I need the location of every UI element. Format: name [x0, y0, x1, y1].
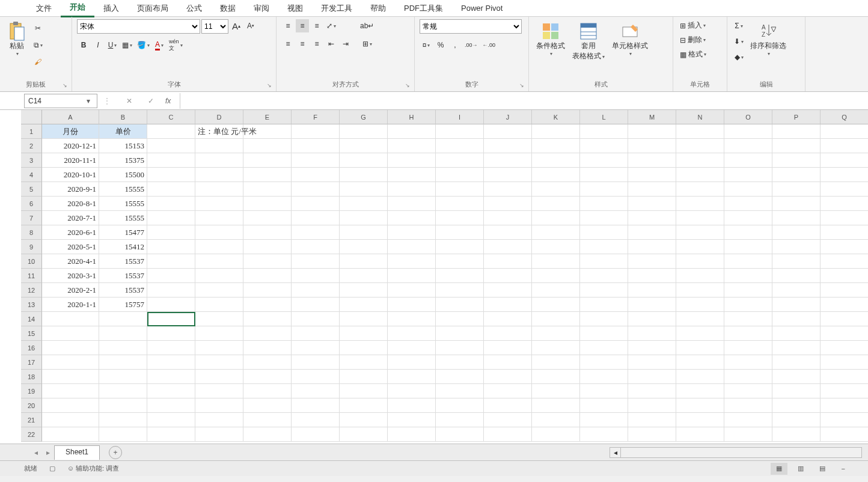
cell-F16[interactable] [292, 341, 340, 355]
tab-help[interactable]: 帮助 [361, 0, 395, 17]
row-header-17[interactable]: 17 [21, 355, 42, 370]
cell-D16[interactable] [195, 341, 243, 355]
cell-C6[interactable] [147, 197, 195, 211]
cell-G12[interactable] [340, 283, 388, 297]
cell-Q7[interactable] [821, 211, 868, 225]
cell-E11[interactable] [243, 269, 292, 283]
cell-M8[interactable] [628, 225, 676, 240]
cell-O1[interactable] [724, 124, 772, 139]
cell-L7[interactable] [580, 211, 628, 225]
font-size-select[interactable]: 11 [201, 19, 228, 34]
tab-insert[interactable]: 插入 [94, 0, 128, 17]
col-header-O[interactable]: O [724, 110, 772, 124]
cell-G9[interactable] [340, 240, 388, 254]
cell-M21[interactable] [628, 413, 676, 427]
cell-H12[interactable] [388, 283, 436, 297]
increase-font-button[interactable]: A▴ [230, 19, 243, 32]
cell-O21[interactable] [724, 413, 772, 427]
cell-M11[interactable] [628, 269, 676, 283]
cell-G13[interactable] [340, 297, 388, 312]
cell-F2[interactable] [292, 139, 340, 153]
cell-I12[interactable] [436, 283, 484, 297]
cell-H14[interactable] [388, 312, 436, 326]
accessibility-status[interactable]: ☺ 辅助功能: 调查 [67, 464, 119, 473]
cell-C17[interactable] [147, 355, 195, 370]
cell-N8[interactable] [676, 225, 724, 240]
cell-B6[interactable]: 15555 [99, 197, 147, 211]
cell-B18[interactable] [99, 370, 147, 384]
cell-L15[interactable] [580, 326, 628, 341]
cell-P1[interactable] [772, 124, 821, 139]
cell-M13[interactable] [628, 297, 676, 312]
cell-Q22[interactable] [821, 427, 868, 442]
cell-E16[interactable] [243, 341, 292, 355]
cell-N22[interactable] [676, 427, 724, 442]
cell-K4[interactable] [532, 168, 580, 182]
cell-A22[interactable] [42, 427, 99, 442]
cell-B16[interactable] [99, 341, 147, 355]
cell-N16[interactable] [676, 341, 724, 355]
cell-N17[interactable] [676, 355, 724, 370]
row-header-9[interactable]: 9 [21, 240, 42, 254]
cell-N18[interactable] [676, 370, 724, 384]
cell-Q14[interactable] [821, 312, 868, 326]
tab-data[interactable]: 数据 [211, 0, 245, 17]
cell-O6[interactable] [724, 197, 772, 211]
col-header-Q[interactable]: Q [821, 110, 868, 124]
chevron-down-icon[interactable]: ▾ [84, 97, 93, 105]
cell-O4[interactable] [724, 168, 772, 182]
cell-E19[interactable] [243, 384, 292, 398]
row-header-12[interactable]: 12 [21, 283, 42, 297]
fill-button[interactable]: ⬇▾ [732, 35, 745, 48]
cell-B17[interactable] [99, 355, 147, 370]
cell-N15[interactable] [676, 326, 724, 341]
cell-P4[interactable] [772, 168, 821, 182]
cell-K17[interactable] [532, 355, 580, 370]
cell-B20[interactable] [99, 398, 147, 413]
cell-F14[interactable] [292, 312, 340, 326]
cell-J7[interactable] [484, 211, 532, 225]
cell-B2[interactable]: 15153 [99, 139, 147, 153]
cell-K22[interactable] [532, 427, 580, 442]
cell-O7[interactable] [724, 211, 772, 225]
cell-G15[interactable] [340, 326, 388, 341]
cell-Q4[interactable] [821, 168, 868, 182]
cell-H4[interactable] [388, 168, 436, 182]
cell-J1[interactable] [484, 124, 532, 139]
cell-P10[interactable] [772, 254, 821, 269]
cell-O2[interactable] [724, 139, 772, 153]
cell-A13[interactable]: 2020-1-1 [42, 297, 99, 312]
cell-Q20[interactable] [821, 398, 868, 413]
cell-P7[interactable] [772, 211, 821, 225]
table-format-button[interactable]: 套用 表格格式▾ [570, 19, 607, 64]
cell-B4[interactable]: 15500 [99, 168, 147, 182]
cell-F13[interactable] [292, 297, 340, 312]
cell-H1[interactable] [388, 124, 436, 139]
font-name-select[interactable]: 宋体 [77, 19, 200, 34]
cell-K20[interactable] [532, 398, 580, 413]
cell-G6[interactable] [340, 197, 388, 211]
align-top-button[interactable]: ≡ [281, 19, 295, 32]
cell-K12[interactable] [532, 283, 580, 297]
cell-H11[interactable] [388, 269, 436, 283]
col-header-K[interactable]: K [532, 110, 580, 124]
row-header-14[interactable]: 14 [21, 312, 42, 326]
cell-C16[interactable] [147, 341, 195, 355]
add-sheet-button[interactable]: + [109, 446, 122, 459]
cell-P5[interactable] [772, 182, 821, 197]
cell-M19[interactable] [628, 384, 676, 398]
cell-O5[interactable] [724, 182, 772, 197]
cell-A9[interactable]: 2020-5-1 [42, 240, 99, 254]
cell-I1[interactable] [436, 124, 484, 139]
cell-C7[interactable] [147, 211, 195, 225]
increase-decimal-button[interactable]: .00→ [463, 38, 480, 52]
cell-Q1[interactable] [821, 124, 868, 139]
cell-K21[interactable] [532, 413, 580, 427]
cell-Q3[interactable] [821, 153, 868, 168]
cell-A5[interactable]: 2020-9-1 [42, 182, 99, 197]
col-header-G[interactable]: G [340, 110, 388, 124]
cell-J5[interactable] [484, 182, 532, 197]
cell-C1[interactable] [147, 124, 195, 139]
row-header-18[interactable]: 18 [21, 370, 42, 384]
cell-A3[interactable]: 2020-11-1 [42, 153, 99, 168]
